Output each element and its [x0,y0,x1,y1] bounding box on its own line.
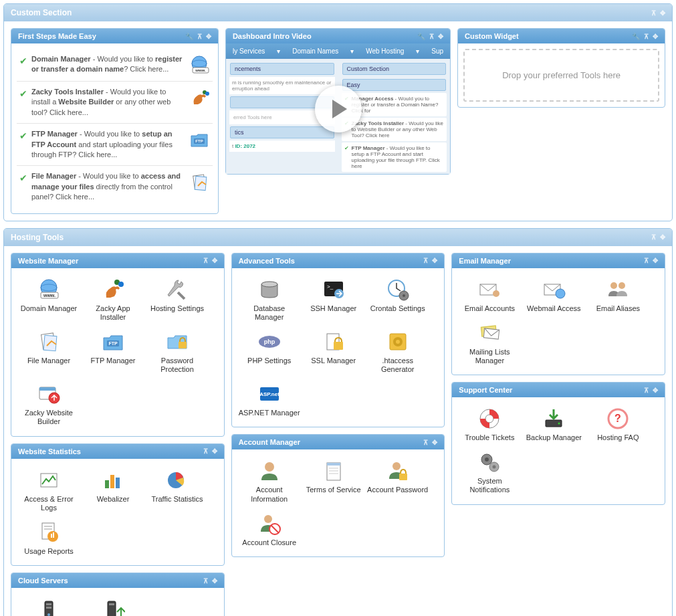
svg-text:FTP: FTP [108,341,118,346]
move-icon[interactable]: ✥ [212,577,217,585]
custom-tools-widget: Custom Widget 🔧 ⊼ ✥ Drop your preferred … [457,28,665,108]
collapse-up-icon[interactable]: ⊼ [197,33,202,40]
webalizer-tool[interactable]: Webalizer [81,464,145,516]
move-icon[interactable]: ✥ [653,33,658,40]
collapse-up-icon[interactable]: ⊼ [651,233,656,241]
tools-dropzone[interactable]: Drop your preferred Tools here [463,49,659,102]
domain-manager-tool[interactable]: www.Domain Manager [17,274,81,326]
access-error-logs-tool[interactable]: Access & Error Logs [17,464,81,516]
system-notifications-tool[interactable]: System Notifications [457,446,522,498]
svg-rect-31 [44,526,52,527]
collapse-up-icon[interactable]: ⊼ [644,387,649,394]
custom-widget-header[interactable]: Custom Widget 🔧 ⊼ ✥ [458,29,665,43]
move-icon[interactable]: ✥ [432,257,437,264]
collapse-up-icon[interactable]: ⊼ [423,439,428,446]
collapse-up-icon[interactable]: ⊼ [203,447,208,455]
collapse-up-icon[interactable]: ⊼ [644,257,649,264]
file-manager-tool[interactable]: File Manager [17,326,81,378]
ftp-folder-icon: FTP [189,129,210,150]
ssh-manager-tool[interactable]: >_SSH Manager [302,274,366,326]
svg-text:ASP.net: ASP.net [259,391,279,397]
account-manager-header[interactable]: Account Manager ⊼✥ [232,435,445,449]
dashboard-video-header[interactable]: Dashboard Intro Video 🔧 ⊼ ✥ [226,29,450,43]
video-preview[interactable]: ly Services▾ Domain Names▾ Web Hosting▾ … [226,43,450,174]
website-statistics-header[interactable]: Website Statistics ⊼✥ [11,444,224,459]
step-file-manager[interactable]: ✔ File Manager - Would you like to acces… [17,166,213,207]
svg-rect-34 [51,534,52,538]
step-ftp-manager[interactable]: ✔ FTP Manager - Would you like to setup … [17,124,213,166]
move-icon[interactable]: ✥ [438,33,443,40]
usage-reports-tool[interactable]: Usage Reports [17,516,81,560]
cloud-servers-widget: Cloud Servers ⊼✥ VPS Manager VPS Upgrade… [11,573,225,616]
collapse-up-icon[interactable]: ⊼ [423,257,428,264]
password-protection-tool[interactable]: Password Protection [145,326,209,378]
server-upgrade-icon [101,597,125,616]
move-icon[interactable]: ✥ [653,257,658,264]
wrench-icon[interactable]: 🔧 [185,33,193,40]
svg-rect-53 [334,342,343,350]
crontab-settings-tool[interactable]: Crontab Settings [366,274,430,326]
step-zacky-installer[interactable]: ✔ Zacky Tools Installer - Would you like… [17,82,213,124]
wrench-icon[interactable]: 🔧 [632,33,640,40]
advanced-tools-header[interactable]: Advanced Tools ⊼✥ [232,253,445,268]
collapse-up-icon[interactable]: ⊼ [644,33,649,40]
move-icon[interactable]: ✥ [206,33,211,40]
widget-title: Email Manager [459,257,511,265]
move-icon[interactable]: ✥ [653,387,658,394]
account-password-tool[interactable]: Account Password [366,455,430,507]
zacky-app-installer-tool[interactable]: Zacky App Installer [81,274,145,326]
ssl-manager-tool[interactable]: SSL Manager [302,326,366,378]
move-icon[interactable]: ✥ [660,233,665,241]
step-text: Domain Manager - Would you like to regis… [31,54,185,75]
webmail-access-tool[interactable]: Webmail Access [522,274,586,317]
ftp-manager-tool[interactable]: FTPFTP Manager [81,326,145,378]
vps-upgrades-tool[interactable]: VPS Upgrades [81,593,145,616]
trouble-tickets-tool[interactable]: Trouble Tickets [457,403,522,446]
support-center-header[interactable]: Support Center ⊼✥ [452,383,665,397]
mini-easy-header: Easy [342,79,447,91]
first-steps-header[interactable]: First Steps Made Easy 🔧 ⊼ ✥ [11,29,218,43]
collapse-up-icon[interactable]: ⊼ [203,257,208,264]
play-button[interactable] [315,86,362,132]
traffic-statistics-tool[interactable]: Traffic Statistics [145,464,209,516]
move-icon[interactable]: ✥ [660,9,665,17]
zacky-website-builder-tool[interactable]: Zacky Website Builder [17,378,81,430]
terms-of-service-tool[interactable]: Terms of Service [302,455,366,507]
collapse-up-icon[interactable]: ⊼ [203,577,208,585]
step-domain-manager[interactable]: ✔ Domain Manager - Would you like to reg… [17,49,213,82]
move-icon[interactable]: ✥ [212,447,217,455]
htaccess-generator-tool[interactable]: .htaccess Generator [366,326,430,378]
mailing-lists-tool[interactable]: Mailing Lists Manager [457,317,522,369]
account-information-tool[interactable]: Account Information [237,455,302,507]
database-manager-tool[interactable]: Database Manager [237,274,302,326]
panel-controls: ⊼ ✥ [651,9,665,17]
website-statistics-widget: Website Statistics ⊼✥ Access & Error Log… [11,443,225,567]
aspnet-manager-tool[interactable]: ASP.netASP.NET Manager [237,378,302,421]
collapse-up-icon[interactable]: ⊼ [651,9,656,17]
account-closure-tool[interactable]: Account Closure [237,508,302,551]
email-manager-header[interactable]: Email Manager ⊼✥ [452,253,665,268]
cloud-servers-header[interactable]: Cloud Servers ⊼✥ [11,573,224,588]
svg-point-56 [396,340,400,344]
hosting-tools-header[interactable]: Hosting Tools ⊼ ✥ [4,229,672,246]
globe-www-icon: www. [37,278,61,302]
hosting-faq-tool[interactable]: ?Hosting FAQ [586,403,650,446]
email-aliases-tool[interactable]: Email Aliases [586,274,650,317]
custom-section-header[interactable]: Custom Section ⊼ ✥ [4,4,672,21]
backup-manager-tool[interactable]: Backup Manager [522,403,586,446]
widget-controls: 🔧 ⊼ ✥ [185,33,211,40]
wrench-icon[interactable]: 🔧 [417,33,425,40]
hosting-settings-tool[interactable]: Hosting Settings [145,274,209,326]
vps-manager-tool[interactable]: VPS Manager [17,593,81,616]
svg-rect-37 [46,603,51,605]
php-settings-tool[interactable]: phpPHP Settings [237,326,302,378]
move-icon[interactable]: ✥ [212,257,217,264]
email-accounts-tool[interactable]: Email Accounts [457,274,522,317]
collapse-up-icon[interactable]: ⊼ [429,33,434,40]
svg-rect-27 [110,475,114,488]
svg-point-49 [403,294,405,297]
custom-section-title: Custom Section [11,8,72,17]
user-block-icon [257,512,281,536]
move-icon[interactable]: ✥ [432,439,437,446]
website-manager-header[interactable]: Website Manager ⊼✥ [11,253,224,268]
